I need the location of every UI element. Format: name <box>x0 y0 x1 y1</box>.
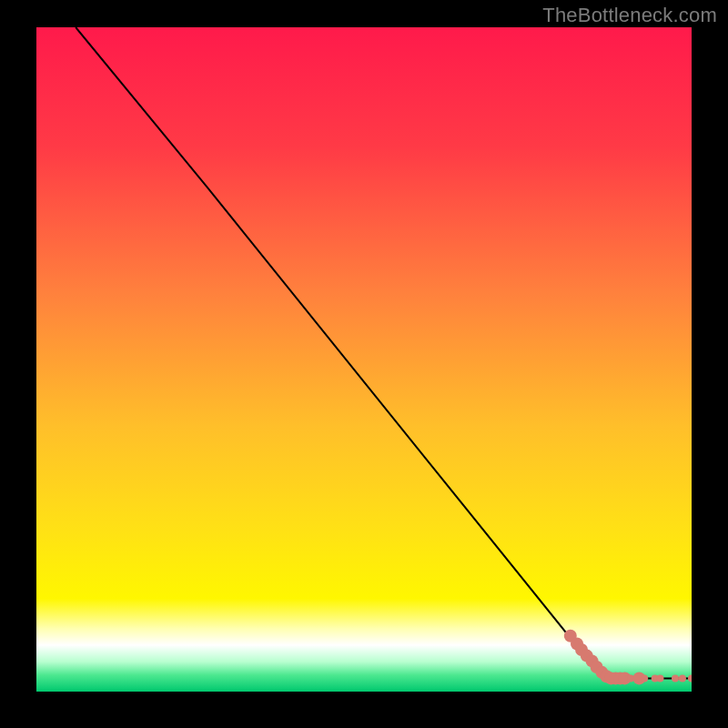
plot-area <box>36 27 692 692</box>
data-point <box>679 674 686 682</box>
gradient-background <box>36 27 692 692</box>
data-point <box>672 674 679 682</box>
watermark-text: TheBottleneck.com <box>542 4 717 27</box>
data-point <box>656 674 663 682</box>
data-point <box>641 674 648 682</box>
chart-frame: TheBottleneck.com <box>0 0 728 728</box>
chart-svg <box>36 27 692 692</box>
